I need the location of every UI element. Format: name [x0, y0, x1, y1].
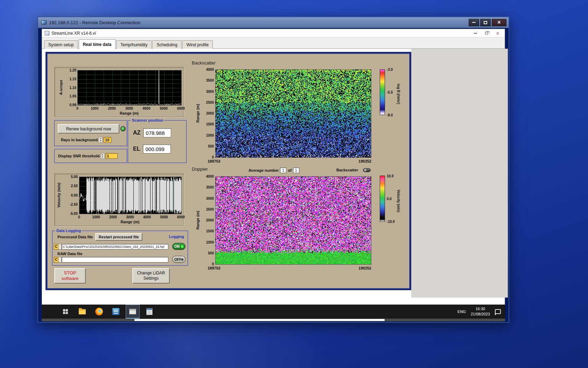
processed-browse-icon[interactable]	[58, 244, 62, 250]
scan-schedules-button[interactable]	[142, 305, 156, 319]
document-icon	[146, 308, 153, 315]
azimuth-row: AZ 078.988	[133, 128, 171, 137]
average-number-row: Average number 1 of 1	[248, 168, 299, 173]
backscatter-heatmap	[215, 69, 371, 158]
average-number-value[interactable]: 1	[280, 168, 286, 173]
raw-path-field[interactable]	[62, 257, 168, 263]
stop-software-button[interactable]: STOP software	[54, 268, 86, 284]
average-total-value[interactable]: 1	[293, 168, 299, 173]
minimize-icon	[472, 22, 476, 23]
rdp-close-button[interactable]	[492, 19, 506, 26]
firefox-button[interactable]	[92, 305, 106, 319]
backscatter-switch[interactable]	[363, 168, 371, 172]
scanner-position-label: Scanner position	[131, 118, 164, 122]
scrollbar-thumb[interactable]	[134, 319, 385, 321]
decrement-icon	[101, 156, 104, 158]
snr-value[interactable]: 1	[106, 153, 118, 159]
rays-in-background-row: Rays in background 10	[61, 137, 111, 143]
rdp-horizontal-scrollbar[interactable]	[42, 319, 505, 321]
processed-path-field[interactable]: C:\Lidar\Data\Proc\2023\202308\20230821\…	[62, 244, 168, 250]
doppler-x-start: 189753	[208, 266, 220, 270]
doppler-x-end: 190252	[355, 266, 371, 270]
doppler-colorbar	[380, 176, 385, 222]
raw-browse-icon[interactable]	[58, 257, 62, 263]
clock[interactable]: 16:30 21/08/2023	[471, 306, 490, 317]
windows-logo-icon	[63, 309, 68, 314]
app-close-button[interactable]	[493, 30, 503, 36]
file-explorer-button[interactable]	[75, 305, 89, 319]
ascope-plot	[77, 70, 182, 105]
tab-wind-profile[interactable]: Wind profile	[182, 40, 213, 49]
rdp-maximize-button[interactable]	[480, 19, 491, 26]
elevation-row: EL 000.099	[133, 144, 171, 154]
change-line2: Settings	[144, 276, 159, 281]
change-lidar-settings-button[interactable]: Change LiDAR Settings	[132, 268, 170, 284]
velocity-plot	[79, 177, 182, 214]
decrement-icon	[99, 140, 102, 142]
snr-threshold-group: Display SNR threshold 1	[54, 149, 127, 163]
app-restore-button[interactable]	[482, 30, 491, 36]
processed-logging-toggle[interactable]: ON	[172, 243, 186, 250]
background-led	[120, 126, 126, 131]
snr-threshold-row: Display SNR threshold 1	[58, 153, 118, 159]
backscatter-colorbar-ticks: -3.0-5.5-8.0	[387, 69, 397, 115]
renew-background-button[interactable]: Renew background now	[58, 124, 119, 134]
increment-icon	[101, 154, 104, 156]
panel-gutter	[411, 49, 508, 298]
rays-spinner[interactable]	[99, 137, 103, 143]
velocity-y-axis-label: Velocity (m/s)	[57, 177, 61, 213]
backscatter-title: Backscatter	[192, 60, 216, 66]
raw-data-file-label: RAW Data file	[57, 252, 83, 256]
language-indicator[interactable]: ENG	[457, 309, 466, 314]
blue-app-button[interactable]	[109, 305, 123, 319]
velocity-graph: Velocity (m/s) 5.002.500.00-2.50-5.00 01…	[54, 173, 184, 226]
restore-icon	[485, 32, 488, 34]
app-titlebar[interactable]: StreamLine XR v14-6.vi	[42, 29, 505, 38]
backscatter-switch-label: Backscatter	[336, 168, 358, 172]
az-label: AZ	[133, 130, 140, 136]
backscatter-x-start: 189753	[208, 159, 220, 163]
remote-desktop: StreamLine XR v14-6.vi System setupReal …	[39, 28, 508, 321]
rdp-window-controls	[468, 19, 506, 26]
processed-path-row: C C:\Lidar\Data\Proc\2023\202308\2023082…	[54, 244, 168, 250]
snr-spinner[interactable]	[101, 153, 105, 159]
tab-temp-humidity[interactable]: Temp/humidity	[116, 40, 152, 49]
taskbar-tray: ENG 16:30 21/08/2023	[457, 306, 505, 317]
rays-value[interactable]: 10	[104, 137, 111, 143]
tab-system-setup[interactable]: System setup	[44, 40, 78, 49]
velocity-x-ticks: 0100020003000400050006000	[79, 215, 181, 219]
backscatter-y-ticks: 40003500300025002000150010005000	[203, 69, 214, 157]
action-center-icon[interactable]	[495, 309, 501, 314]
stop-line1: STOP	[64, 270, 76, 276]
app-window-icon	[129, 309, 136, 314]
velocity-y-ticks: 5.002.500.00-2.50-5.00	[64, 177, 78, 213]
ascope-x-ticks: 0100020003000400050006000	[77, 107, 181, 111]
ascope-y-ticks: 1.201.151.101.050.99	[65, 70, 76, 105]
taskbar-icons	[58, 305, 156, 319]
processed-drive-box[interactable]: C	[54, 244, 58, 250]
app-minimize-button[interactable]	[470, 30, 480, 36]
data-logging-label: Data Logging	[55, 229, 82, 233]
average-of-label: of	[288, 168, 291, 172]
start-button[interactable]	[58, 305, 72, 319]
rdp-minimize-button[interactable]	[469, 19, 479, 26]
tab-real-time-data[interactable]: Real time data	[79, 39, 115, 49]
ascope-y-axis-label: A-scope	[59, 70, 63, 105]
minimize-icon	[474, 33, 477, 34]
doppler-title: Doppler	[192, 166, 208, 172]
restart-processed-file-button[interactable]: Restart processed file	[95, 233, 142, 241]
el-label: EL	[133, 146, 140, 152]
logging-label: Logging	[169, 234, 184, 239]
streamline-taskbar-button[interactable]	[126, 305, 140, 319]
raw-logging-toggle[interactable]: OFF	[172, 256, 186, 263]
desktop: 192.168.0.122 - Remote Desktop Connectio…	[0, 0, 588, 368]
tab-scheduling[interactable]: Scheduling	[152, 40, 181, 49]
front-panel: A-scope 1.201.151.101.050.99 01000200030…	[46, 52, 411, 290]
rays-in-background-label: Rays in background	[61, 138, 98, 142]
doppler-heatmap	[215, 176, 371, 265]
raw-drive-box[interactable]: C	[54, 257, 58, 263]
backscatter-y-axis-label: Range (m)	[196, 69, 200, 157]
raw-path-row: C	[54, 257, 168, 263]
rdp-titlebar[interactable]: 192.168.0.122 - Remote Desktop Connectio…	[38, 17, 509, 28]
app-window-controls	[470, 30, 503, 36]
